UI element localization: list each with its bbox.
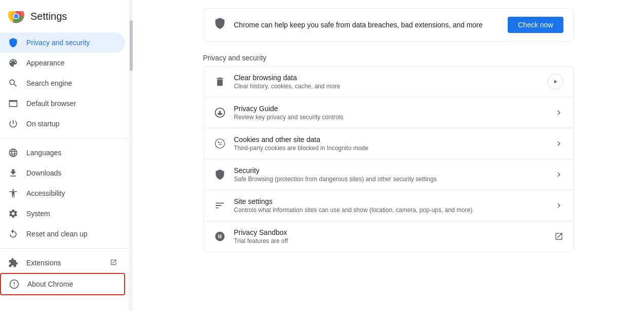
sidebar-item-extensions[interactable]: Extensions bbox=[0, 253, 125, 273]
settings-item-privacy-guide[interactable]: Privacy Guide Review key privacy and sec… bbox=[204, 97, 574, 128]
clear-browsing-title: Clear browsing data bbox=[234, 74, 539, 82]
clear-browsing-arrow bbox=[547, 74, 563, 90]
sidebar-item-languages[interactable]: Languages bbox=[0, 143, 125, 163]
sidebar-item-default-browser[interactable]: Default browser bbox=[0, 93, 125, 114]
appearance-icon bbox=[8, 58, 18, 68]
sidebar-item-on-startup[interactable]: On startup bbox=[0, 114, 125, 134]
privacy-guide-title: Privacy Guide bbox=[234, 105, 546, 113]
site-settings-subtitle: Controls what information sites can use … bbox=[234, 206, 546, 214]
svg-point-12 bbox=[219, 143, 220, 144]
site-settings-content: Site settings Controls what information … bbox=[234, 197, 546, 214]
svg-point-4 bbox=[14, 14, 19, 19]
sidebar-item-label-system: System bbox=[26, 210, 50, 218]
sidebar-item-about-chrome[interactable]: About Chrome bbox=[0, 273, 125, 295]
sidebar-item-label-accessibility: Accessibility bbox=[26, 189, 65, 197]
sidebar-scrollbar[interactable] bbox=[130, 0, 133, 311]
clear-browsing-icon bbox=[214, 76, 226, 88]
settings-item-security[interactable]: Security Safe Browsing (protection from … bbox=[204, 159, 574, 190]
shield-banner-icon bbox=[214, 17, 226, 32]
sidebar-item-label-on-startup: On startup bbox=[26, 120, 59, 128]
app-title: Settings bbox=[30, 11, 67, 22]
privacy-settings-list: Clear browsing data Clear history, cooki… bbox=[203, 66, 574, 252]
search-engine-icon bbox=[8, 78, 18, 88]
privacy-sandbox-title: Privacy Sandbox bbox=[234, 228, 546, 236]
chrome-logo-icon bbox=[8, 8, 24, 24]
safe-banner-text: Chrome can help keep you safe from data … bbox=[234, 21, 500, 29]
external-link-icon bbox=[110, 259, 117, 267]
sidebar-item-label-default-browser: Default browser bbox=[26, 99, 76, 108]
cookies-subtitle: Third-party cookies are blocked in Incog… bbox=[234, 145, 546, 152]
sidebar-item-label-privacy: Privacy and security bbox=[26, 39, 90, 47]
sidebar-divider-1 bbox=[0, 138, 129, 139]
sidebar-item-label-downloads: Downloads bbox=[26, 169, 61, 177]
privacy-section-title: Privacy and security bbox=[203, 54, 574, 62]
check-now-button[interactable]: Check now bbox=[508, 17, 563, 33]
site-settings-arrow bbox=[554, 201, 563, 210]
settings-item-clear-browsing[interactable]: Clear browsing data Clear history, cooki… bbox=[204, 66, 574, 97]
accessibility-icon bbox=[8, 188, 18, 198]
svg-point-11 bbox=[220, 144, 221, 145]
sidebar-scrollbar-thumb bbox=[130, 20, 133, 71]
default-browser-icon bbox=[8, 98, 18, 109]
sidebar-item-accessibility[interactable]: Accessibility bbox=[0, 183, 125, 203]
sidebar-item-label-extensions: Extensions bbox=[26, 259, 61, 267]
svg-point-9 bbox=[220, 142, 221, 143]
system-icon bbox=[8, 209, 18, 219]
svg-point-10 bbox=[218, 144, 219, 145]
sidebar-item-label-about-chrome: About Chrome bbox=[27, 280, 73, 288]
cookies-title: Cookies and other site data bbox=[234, 135, 546, 144]
main-content: Chrome can help keep you safe from data … bbox=[133, 0, 644, 311]
settings-item-site-settings[interactable]: Site settings Controls what information … bbox=[204, 190, 574, 221]
settings-item-cookies[interactable]: Cookies and other site data Third-party … bbox=[204, 128, 574, 159]
safe-browsing-banner: Chrome can help keep you safe from data … bbox=[203, 8, 574, 42]
privacy-security-icon bbox=[8, 38, 18, 48]
privacy-sandbox-subtitle: Trial features are off bbox=[234, 237, 546, 245]
sidebar-item-label-search: Search engine bbox=[26, 79, 72, 87]
privacy-sandbox-content: Privacy Sandbox Trial features are off bbox=[234, 228, 546, 245]
security-arrow bbox=[554, 170, 563, 179]
svg-point-8 bbox=[217, 142, 219, 143]
cookies-icon bbox=[214, 137, 226, 150]
sidebar-item-search-engine[interactable]: Search engine bbox=[0, 73, 125, 93]
security-content: Security Safe Browsing (protection from … bbox=[234, 166, 546, 183]
sidebar-item-appearance[interactable]: Appearance bbox=[0, 53, 125, 73]
privacy-sandbox-icon bbox=[214, 230, 226, 243]
security-title: Security bbox=[234, 166, 546, 175]
privacy-guide-subtitle: Review key privacy and security controls bbox=[234, 114, 546, 121]
about-chrome-icon bbox=[9, 279, 19, 289]
reset-cleanup-icon bbox=[8, 229, 18, 239]
privacy-guide-arrow bbox=[554, 108, 563, 117]
sidebar-item-downloads[interactable]: Downloads bbox=[0, 163, 125, 183]
site-settings-title: Site settings bbox=[234, 197, 546, 205]
sidebar-divider-2 bbox=[0, 248, 129, 249]
clear-browsing-content: Clear browsing data Clear history, cooki… bbox=[234, 74, 539, 90]
sidebar-item-system[interactable]: System bbox=[0, 203, 125, 224]
on-startup-icon bbox=[8, 119, 18, 129]
security-subtitle: Safe Browsing (protection from dangerous… bbox=[234, 176, 546, 183]
privacy-sandbox-external-link bbox=[554, 232, 563, 241]
cookies-arrow bbox=[554, 139, 563, 148]
downloads-icon bbox=[8, 168, 18, 178]
sidebar-item-label-appearance: Appearance bbox=[26, 59, 65, 67]
security-icon bbox=[214, 168, 226, 181]
cookies-content: Cookies and other site data Third-party … bbox=[234, 135, 546, 152]
clear-browsing-subtitle: Clear history, cookies, cache, and more bbox=[234, 83, 539, 90]
settings-item-privacy-sandbox[interactable]: Privacy Sandbox Trial features are off bbox=[204, 221, 574, 252]
sidebar: Settings Privacy and security Appearance… bbox=[0, 0, 130, 311]
privacy-guide-icon bbox=[214, 107, 226, 119]
sidebar-item-reset-cleanup[interactable]: Reset and clean up bbox=[0, 224, 125, 244]
sidebar-item-privacy-security[interactable]: Privacy and security bbox=[0, 32, 125, 53]
sidebar-item-label-languages: Languages bbox=[26, 149, 61, 157]
sidebar-item-label-reset: Reset and clean up bbox=[26, 230, 88, 238]
languages-icon bbox=[8, 148, 18, 158]
privacy-guide-content: Privacy Guide Review key privacy and sec… bbox=[234, 105, 546, 121]
extensions-icon bbox=[8, 258, 18, 268]
site-settings-icon bbox=[214, 199, 226, 212]
sidebar-header: Settings bbox=[0, 4, 129, 32]
